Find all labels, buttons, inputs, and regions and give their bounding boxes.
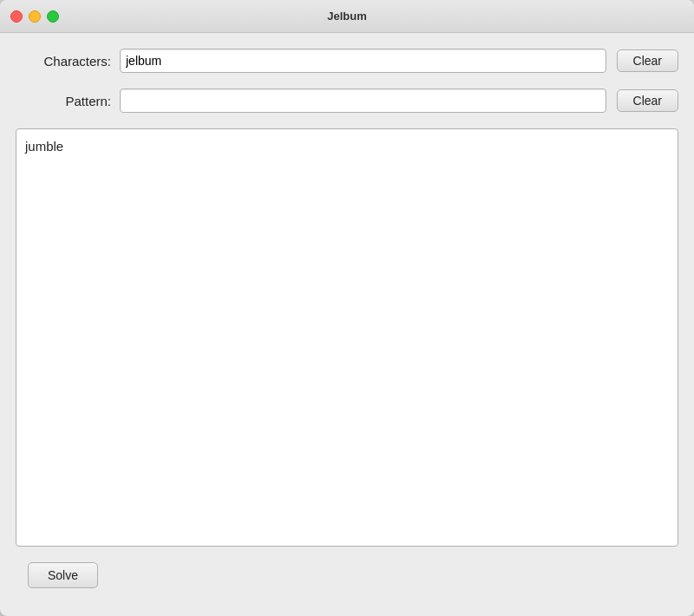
pattern-row: Pattern: Clear xyxy=(16,88,678,113)
content-area: Characters: Clear Pattern: Clear jumble … xyxy=(0,33,694,616)
characters-label: Characters: xyxy=(16,54,111,69)
titlebar: Jelbum xyxy=(0,0,694,33)
characters-row: Characters: Clear xyxy=(16,49,678,73)
results-area: jumble xyxy=(16,128,678,547)
window-controls xyxy=(10,10,59,23)
characters-clear-button[interactable]: Clear xyxy=(617,49,678,72)
main-window: Jelbum Characters: Clear Pattern: Clear … xyxy=(0,0,694,616)
close-button[interactable] xyxy=(10,10,23,23)
characters-input[interactable] xyxy=(120,49,606,73)
pattern-label: Pattern: xyxy=(16,94,111,108)
window-title: Jelbum xyxy=(327,10,367,23)
results-content: jumble xyxy=(25,136,669,157)
bottom-bar: Solve xyxy=(16,562,678,600)
pattern-input[interactable] xyxy=(120,88,606,113)
maximize-button[interactable] xyxy=(47,10,59,23)
minimize-button[interactable] xyxy=(29,10,41,23)
solve-button[interactable]: Solve xyxy=(28,562,98,588)
pattern-clear-button[interactable]: Clear xyxy=(617,89,678,112)
